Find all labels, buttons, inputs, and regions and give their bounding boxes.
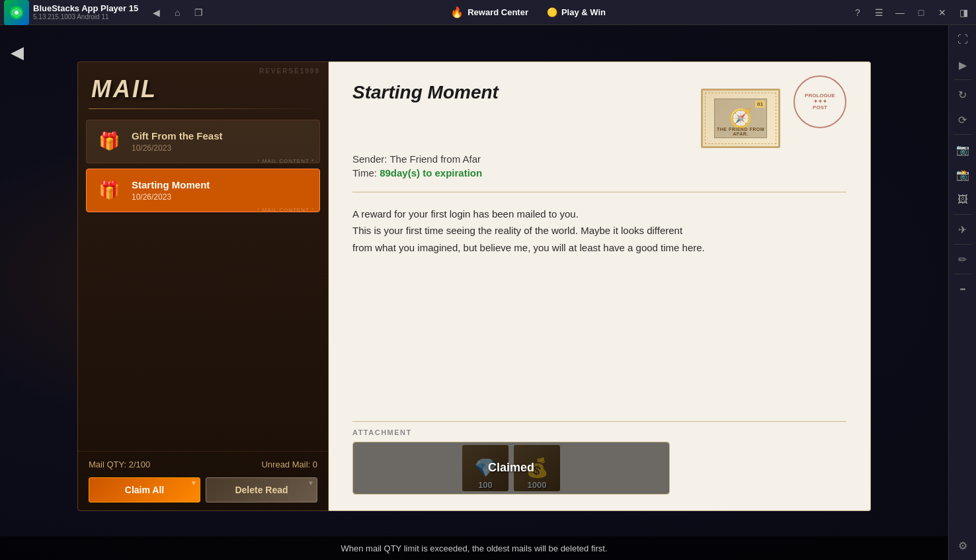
sidebar-divider-3 — [954, 214, 972, 215]
attachment-label: ATTACHMENT — [352, 428, 846, 436]
titlebar: BlueStacks App Player 15 5.13.215.1003 A… — [0, 0, 976, 25]
sidebar-divider-4 — [954, 244, 972, 245]
attachment-item-1: 💎 100 💰 1000 Claimed — [352, 442, 670, 495]
mail-list-panel: REVERSE1999 MAIL 🎁 Gift From the Feast 1… — [77, 61, 329, 511]
camera2-sidebar-button[interactable]: 📸 — [951, 163, 975, 186]
sidebar-divider-5 — [954, 274, 972, 274]
mail-body: A reward for your first login has been m… — [352, 206, 846, 408]
claimed-text: Claimed — [488, 461, 534, 475]
app-title: BlueStacks App Player 15 — [33, 3, 138, 14]
mail-stats: Mail QTY: 2/100 Unread Mail: 0 — [89, 460, 317, 469]
mail-item-date-2: 10/26/2023 — [132, 192, 311, 202]
play-win-button[interactable]: 🟡 Play & Win — [540, 5, 612, 20]
mail-item-date-1: 10/26/2023 — [132, 143, 311, 153]
sender-label: Sender: — [352, 153, 387, 165]
bottom-bar: When mail QTY limit is exceeded, the old… — [0, 536, 948, 560]
mail-qty: Mail QTY: 2/100 — [89, 460, 150, 469]
brush-sidebar-button[interactable]: ✏ — [951, 247, 975, 271]
app-version: 5.13.215.1003 Android 11 — [33, 13, 138, 21]
home-nav-button[interactable]: ⌂ — [167, 3, 187, 22]
time-label: Time: — [352, 167, 377, 179]
refresh-sidebar-button[interactable]: ↻ — [951, 83, 975, 106]
app-name-block: BlueStacks App Player 15 5.13.215.1003 A… — [33, 3, 138, 22]
delete-read-label: Delete Read — [235, 485, 288, 495]
mail-title-divider — [89, 108, 317, 109]
sidebar-divider-2 — [954, 134, 972, 135]
mail-list: 🎁 Gift From the Feast 10/26/2023 * MAIL … — [78, 117, 328, 451]
mail-item-gift[interactable]: 🎁 Gift From the Feast 10/26/2023 * MAIL … — [86, 120, 320, 163]
titlebar-actions: ? ☰ — □ ✕ ◨ — [848, 3, 973, 22]
stamp-label: THE FRIEND FROM AFAR. — [715, 127, 766, 136]
mail-actions: Claim All ▼ Delete Read ▼ — [89, 477, 317, 502]
mail-detail-panel: PROLOGUE✦✦✦POST Starting Moment 01 🧭 THE… — [329, 61, 871, 511]
mail-body-line1: A reward for your first login has been m… — [352, 206, 846, 223]
sidebar-divider-1 — [954, 79, 972, 80]
mail-body-line2: This is your first time seeing the reali… — [352, 222, 846, 239]
close-button[interactable]: ✕ — [932, 3, 952, 22]
titlebar-center: 🔥 Reward Center 🟡 Play & Win — [208, 3, 848, 21]
drone-sidebar-button[interactable]: ✈ — [951, 218, 975, 241]
attachment-section: ATTACHMENT 💎 100 💰 1000 — [352, 421, 846, 495]
mail-footer: Mail QTY: 2/100 Unread Mail: 0 Claim All… — [78, 451, 328, 510]
mail-stamp: 01 🧭 THE FRIEND FROM AFAR. — [701, 89, 780, 148]
mail-item-label-2: * MAIL CONTENT * — [257, 207, 314, 213]
mail-starting-icon: 🎁 — [95, 176, 124, 205]
right-sidebar: ⛶ ▶ ↻ ⟳ 📷 📸 🖼 ✈ ✏ ••• ⚙ — [948, 25, 976, 560]
recent-nav-button[interactable]: ❐ — [188, 3, 208, 22]
stamp-number: 01 — [755, 100, 765, 108]
more-sidebar-button[interactable]: ••• — [951, 277, 975, 301]
play-win-coin-icon: 🟡 — [547, 7, 557, 17]
mail-unread: Unread Mail: 0 — [261, 460, 317, 469]
postmark-circle: PROLOGUE✦✦✦POST — [793, 75, 846, 128]
mail-subject: Starting Moment — [352, 82, 701, 103]
claim-all-label: Claim All — [125, 485, 164, 495]
help-button[interactable]: ? — [848, 3, 868, 22]
mail-sender-line: Sender: The Friend from Afar — [352, 153, 846, 165]
detach-button[interactable]: ◨ — [954, 3, 973, 22]
reward-center-label: Reward Center — [468, 7, 528, 17]
mail-detail-divider — [352, 192, 846, 192]
sidebar-toggle-button[interactable]: ▶ — [951, 53, 975, 77]
reward-center-button[interactable]: 🔥 Reward Center — [444, 3, 535, 21]
claim-all-deco: ▼ — [190, 479, 197, 487]
attachment-items: 💎 100 💰 1000 Claimed — [352, 442, 846, 495]
fullscreen-sidebar-button[interactable]: ⛶ — [951, 28, 975, 52]
play-win-label: Play & Win — [561, 7, 606, 17]
titlebar-nav: ◀ ⌂ ❐ — [146, 3, 208, 22]
stamp-compass-icon: 🧭 — [729, 107, 752, 129]
postmark-text: PROLOGUE✦✦✦POST — [805, 93, 835, 110]
mail-subject-block: Starting Moment — [352, 82, 701, 103]
mail-item-name-1: Gift From the Feast — [132, 130, 311, 141]
mail-container: REVERSE1999 MAIL 🎁 Gift From the Feast 1… — [77, 61, 871, 511]
back-nav-button[interactable]: ◀ — [146, 3, 166, 22]
menu-button[interactable]: ☰ — [869, 3, 889, 22]
settings-sidebar-button[interactable]: ⚙ — [951, 534, 975, 557]
mail-gift-icon: 🎁 — [95, 127, 124, 156]
mail-item-info-1: Gift From the Feast 10/26/2023 — [132, 130, 311, 153]
gallery-sidebar-button[interactable]: 🖼 — [951, 188, 975, 212]
mail-item-label-1: * MAIL CONTENT * — [257, 158, 314, 164]
mail-body-line3: from what you imagined, but believe me, … — [352, 239, 846, 257]
stamp-inner: 01 🧭 THE FRIEND FROM AFAR. — [714, 99, 767, 138]
maximize-button[interactable]: □ — [911, 3, 931, 22]
claim-all-button[interactable]: Claim All ▼ — [89, 477, 200, 502]
delete-read-button[interactable]: Delete Read ▼ — [206, 477, 317, 502]
mail-detail-header: Starting Moment 01 🧭 THE FRIEND FROM AFA… — [352, 82, 846, 148]
mail-item-starting[interactable]: 🎁 Starting Moment 10/26/2023 * MAIL CONT… — [86, 169, 320, 212]
mail-item-name-2: Starting Moment — [132, 179, 311, 190]
back-button[interactable]: ◀ — [8, 40, 26, 65]
reward-fire-icon: 🔥 — [450, 6, 464, 19]
screenshot-sidebar-button[interactable]: 📷 — [951, 138, 975, 161]
delete-read-deco: ▼ — [307, 479, 314, 487]
app-logo — [4, 0, 29, 25]
attachment-inner-1: 💎 100 💰 1000 Claimed — [353, 442, 669, 494]
rotate-sidebar-button[interactable]: ⟳ — [951, 108, 975, 132]
bottom-bar-text: When mail QTY limit is exceeded, the old… — [341, 543, 608, 553]
minimize-button[interactable]: — — [890, 3, 910, 22]
claimed-overlay: Claimed — [353, 442, 669, 494]
mail-time-line: Time: 89day(s) to expiration — [352, 167, 846, 179]
postmark: PROLOGUE✦✦✦POST — [793, 75, 846, 128]
panel-watermark: REVERSE1999 — [259, 67, 320, 75]
svg-point-2 — [15, 11, 19, 15]
main-content: REVERSE1999 MAIL 🎁 Gift From the Feast 1… — [0, 25, 948, 560]
